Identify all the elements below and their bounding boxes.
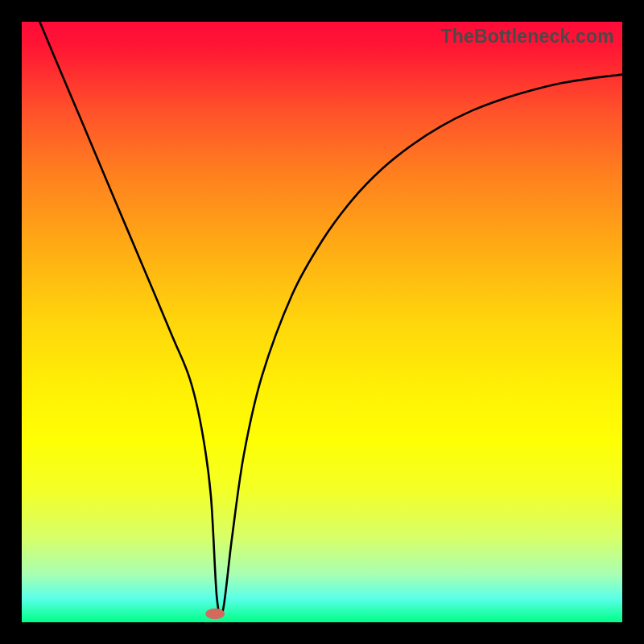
bottleneck-curve [22,22,622,622]
watermark-text: TheBottleneck.com [440,26,614,47]
optimum-marker [205,609,225,619]
plot-area: TheBottleneck.com [22,22,622,622]
